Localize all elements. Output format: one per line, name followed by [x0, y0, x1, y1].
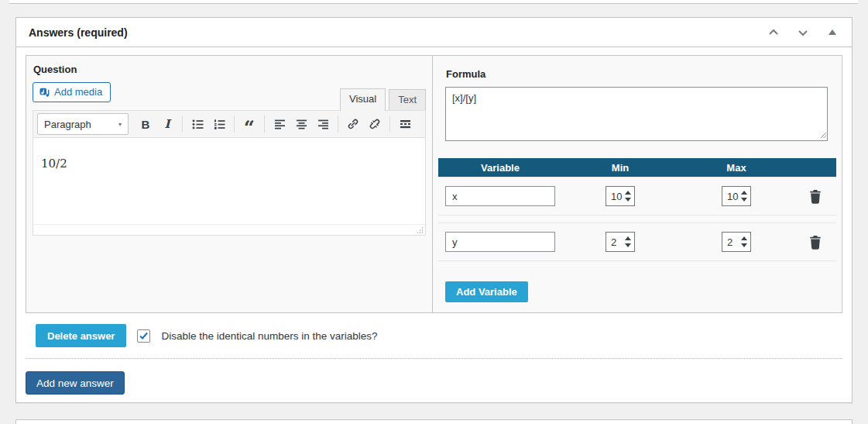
resize-grip-icon[interactable] [416, 226, 424, 234]
toolbar-toggle-button[interactable] [395, 115, 415, 133]
disable-identical-label: Disable the identical numbers in the var… [161, 330, 377, 342]
spin-up-icon[interactable] [741, 236, 747, 240]
bold-button[interactable]: B [136, 115, 156, 133]
paragraph-format-select[interactable]: Paragraph ▾ [37, 113, 129, 135]
add-media-label: Add media [54, 86, 102, 98]
add-new-answer-button[interactable]: Add new answer [26, 371, 125, 395]
min-stepper[interactable]: 10 [606, 186, 635, 206]
variables-table: Variable Min Max 10 [438, 158, 836, 261]
trash-icon [808, 235, 822, 250]
spin-up-icon[interactable] [625, 236, 631, 240]
metabox-body: Question Add media Visual Text [16, 47, 852, 407]
toolbar-toggle-icon [400, 119, 411, 129]
link-icon [347, 118, 359, 130]
delete-variable-button[interactable] [794, 189, 836, 204]
align-left-button[interactable] [269, 115, 290, 133]
textarea-resize-grip-icon[interactable] [437, 132, 444, 140]
link-button[interactable] [343, 115, 363, 133]
editor-statusbar [33, 224, 425, 235]
chevron-down-icon [798, 27, 808, 38]
align-center-icon [296, 119, 307, 130]
spin-down-icon[interactable] [741, 243, 747, 247]
paragraph-format-value: Paragraph [44, 119, 91, 130]
resize-grip-icon[interactable] [820, 132, 827, 139]
editor-toolbar: Paragraph ▾ B I [33, 111, 425, 138]
metabox-title: Answers (required) [29, 26, 128, 39]
move-up-button[interactable] [762, 22, 785, 43]
question-column: Question Add media Visual Text [26, 56, 433, 312]
move-down-button[interactable] [791, 22, 815, 43]
numbered-list-button[interactable] [209, 115, 229, 133]
unlink-button[interactable] [365, 115, 385, 133]
max-stepper[interactable]: 10 [722, 186, 751, 206]
chevron-up-icon [768, 27, 779, 38]
delete-answer-button[interactable]: Delete answer [36, 324, 126, 347]
variable-name-input[interactable] [445, 186, 555, 206]
disable-identical-checkbox[interactable] [137, 329, 150, 343]
align-right-button[interactable] [313, 115, 333, 133]
next-metabox-edge [15, 419, 853, 424]
header-max: Max [678, 162, 794, 174]
formula-input[interactable]: [x]/[y] [445, 87, 828, 141]
metabox-header[interactable]: Answers (required) [16, 18, 852, 47]
add-variable-button[interactable]: Add Variable [445, 281, 528, 302]
spin-down-icon[interactable] [741, 198, 747, 202]
add-media-button[interactable]: Add media [33, 82, 111, 102]
numbered-list-icon [214, 119, 225, 130]
wysiwyg-editor: Paragraph ▾ B I [33, 110, 426, 236]
bullet-list-icon [192, 119, 204, 130]
bullet-list-button[interactable] [187, 115, 208, 133]
answer-footer: Delete answer Disable the identical numb… [26, 313, 842, 359]
trash-icon [808, 189, 822, 204]
answers-metabox: Answers (required) Question [15, 17, 853, 403]
variable-row: 10 10 [438, 177, 836, 215]
question-label: Question [33, 64, 426, 75]
checkmark-icon [139, 331, 149, 341]
answer-panel: Question Add media Visual Text [26, 55, 842, 313]
formula-label: Formula [446, 68, 829, 80]
header-variable: Variable [438, 162, 562, 174]
italic-button[interactable]: I [157, 115, 177, 133]
toggle-panel-button[interactable] [821, 22, 844, 43]
editor-tools: Add media Visual Text [33, 82, 426, 110]
previous-metabox-edge [9, 0, 858, 4]
caret-down-icon: ▾ [118, 121, 122, 128]
align-left-icon [274, 119, 286, 130]
spin-down-icon[interactable] [625, 198, 631, 202]
header-min: Min [562, 162, 678, 174]
variable-row: 2 2 [438, 222, 836, 261]
editor-content[interactable]: 10/2 [33, 138, 425, 224]
max-stepper[interactable]: 2 [722, 232, 751, 252]
triangle-up-icon [829, 29, 836, 35]
tab-visual[interactable]: Visual [340, 88, 386, 111]
formula-column: Formula [x]/[y] Variable Min Max [433, 56, 842, 312]
spin-up-icon[interactable] [625, 191, 631, 195]
unlink-icon [369, 118, 381, 130]
align-right-icon [317, 119, 329, 130]
delete-variable-button[interactable] [794, 235, 836, 250]
spin-up-icon[interactable] [741, 191, 747, 195]
min-stepper[interactable]: 2 [606, 232, 635, 252]
blockquote-button[interactable]: “ [239, 115, 259, 133]
tab-text[interactable]: Text [389, 89, 426, 110]
variable-name-input[interactable] [445, 232, 555, 252]
media-icon [39, 88, 50, 97]
align-center-button[interactable] [291, 115, 311, 133]
variables-table-header: Variable Min Max [438, 158, 836, 177]
spin-down-icon[interactable] [625, 243, 631, 247]
